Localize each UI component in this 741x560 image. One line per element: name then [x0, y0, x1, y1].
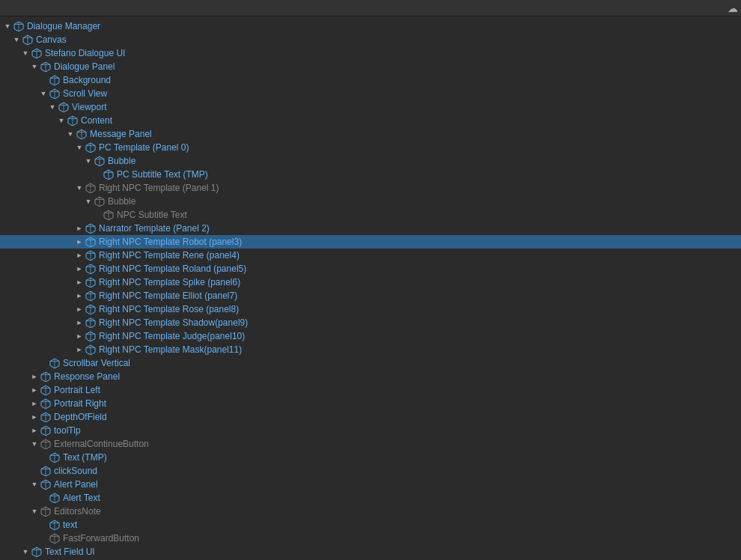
- collapse-arrow[interactable]: [30, 62, 39, 71]
- tree-item[interactable]: Scrollbar Vertical: [0, 356, 741, 370]
- tree-item[interactable]: Bubble: [0, 154, 741, 168]
- collapse-arrow[interactable]: [48, 103, 57, 112]
- collapse-arrow[interactable]: [84, 197, 93, 206]
- cube-icon: [40, 385, 51, 395]
- tree-item[interactable]: Right NPC Template Rose (panel8): [0, 302, 741, 316]
- expand-arrow[interactable]: [75, 318, 84, 327]
- collapse-arrow[interactable]: [12, 35, 21, 44]
- expand-arrow[interactable]: [75, 251, 84, 260]
- tree-item[interactable]: Right NPC Template (Panel 1): [0, 181, 741, 195]
- no-arrow: [39, 493, 48, 502]
- tree-item[interactable]: Background: [0, 73, 741, 87]
- tree-item[interactable]: ExternalContinueButton: [0, 437, 741, 451]
- tree-item[interactable]: Stefano Dialogue UI: [0, 46, 741, 60]
- tree-item[interactable]: Right NPC Template Mask(panel11): [0, 343, 741, 356]
- tree-item[interactable]: Right NPC Template Spike (panel6): [0, 276, 741, 289]
- tree-item[interactable]: Right NPC Template Elliot (panel7): [0, 289, 741, 302]
- tree-item[interactable]: EditorsNote: [0, 505, 741, 518]
- tree-item[interactable]: Portrait Right: [0, 397, 741, 410]
- tree-item[interactable]: clickSound: [0, 464, 741, 478]
- tree-item[interactable]: NPC Subtitle Text: [0, 208, 741, 222]
- cube-icon: [58, 102, 69, 112]
- expand-arrow[interactable]: [30, 372, 39, 381]
- tree-item[interactable]: Narrator Template (Panel 2): [0, 222, 741, 235]
- tree-item[interactable]: Viewport: [0, 100, 741, 114]
- tree-item[interactable]: FastForwardButton: [0, 532, 741, 545]
- item-label: DepthOfField: [52, 412, 107, 422]
- tree-item[interactable]: text: [0, 518, 741, 532]
- item-label: Right NPC Template Robot (panel3): [97, 237, 242, 247]
- item-label: Right NPC Template Rose (panel8): [97, 304, 239, 314]
- cube-icon: [85, 277, 96, 287]
- cube-icon: [85, 142, 96, 153]
- collapse-arrow[interactable]: [21, 49, 30, 58]
- item-label: text: [61, 520, 77, 530]
- tree-item[interactable]: Message Panel: [0, 127, 741, 141]
- collapse-arrow[interactable]: [30, 507, 39, 516]
- expand-arrow[interactable]: [75, 278, 84, 287]
- tree-item[interactable]: Right NPC Template Robot (panel3): [0, 235, 741, 249]
- expand-arrow[interactable]: [75, 332, 84, 341]
- expand-arrow[interactable]: [75, 264, 84, 273]
- tree-item[interactable]: Portrait Left: [0, 383, 741, 397]
- tree-item[interactable]: Dialogue Panel: [0, 60, 741, 73]
- tree-item[interactable]: Bubble: [0, 195, 741, 208]
- tree-item[interactable]: Alert Text: [0, 491, 741, 505]
- item-label: PC Template (Panel 0): [97, 142, 189, 153]
- collapse-arrow[interactable]: [75, 143, 84, 152]
- expand-arrow[interactable]: [30, 426, 39, 435]
- tree-item[interactable]: Response Panel: [0, 370, 741, 383]
- item-label: FastForwardButton: [61, 533, 139, 544]
- cube-icon: [40, 479, 51, 490]
- cube-icon: [49, 493, 60, 503]
- tree-item[interactable]: Right NPC Template Rene (panel4): [0, 249, 741, 262]
- tree-item[interactable]: Canvas: [0, 33, 741, 46]
- collapse-arrow[interactable]: [84, 156, 93, 165]
- item-label: Dialogue Panel: [52, 61, 115, 72]
- tree-item[interactable]: Dialogue Manager: [0, 19, 741, 33]
- tree-item[interactable]: Right NPC Template Shadow(panel9): [0, 316, 741, 329]
- collapse-arrow[interactable]: [66, 130, 75, 139]
- tree-item[interactable]: Right NPC Template Judge(panel10): [0, 329, 741, 343]
- tree-item[interactable]: Content: [0, 114, 741, 127]
- expand-arrow[interactable]: [75, 305, 84, 314]
- collapse-arrow[interactable]: [57, 116, 66, 125]
- expand-arrow[interactable]: [75, 345, 84, 354]
- item-label: Stefano Dialogue UI: [43, 48, 125, 58]
- expand-arrow[interactable]: [30, 386, 39, 395]
- item-label: clickSound: [52, 466, 97, 476]
- cube-icon: [49, 452, 60, 463]
- tree-item[interactable]: Right NPC Template Roland (panel5): [0, 262, 741, 276]
- cube-icon: [49, 75, 60, 85]
- cube-icon: [40, 61, 51, 72]
- collapse-arrow[interactable]: [3, 22, 12, 31]
- tree-item[interactable]: Text Field UI: [0, 545, 741, 559]
- expand-arrow[interactable]: [30, 399, 39, 408]
- cube-icon: [103, 210, 114, 220]
- expand-arrow[interactable]: [75, 224, 84, 233]
- item-label: Portrait Right: [52, 398, 106, 409]
- cube-icon: [49, 88, 60, 99]
- collapse-arrow[interactable]: [30, 439, 39, 448]
- expand-arrow[interactable]: [75, 291, 84, 300]
- tree-item[interactable]: PC Template (Panel 0): [0, 141, 741, 154]
- cube-icon: [40, 506, 51, 517]
- cube-icon: [22, 34, 33, 45]
- tree-item[interactable]: DepthOfField: [0, 410, 741, 424]
- tree-item[interactable]: Alert Panel: [0, 478, 741, 491]
- cube-icon: [85, 250, 96, 261]
- collapse-arrow[interactable]: [30, 480, 39, 489]
- collapse-arrow[interactable]: [21, 547, 30, 556]
- item-label: Background: [61, 75, 111, 85]
- tree-item[interactable]: Scroll View: [0, 87, 741, 100]
- item-label: ExternalContinueButton: [52, 439, 149, 449]
- collapse-arrow[interactable]: [39, 89, 48, 98]
- tree-item[interactable]: toolTip: [0, 424, 741, 437]
- tree-item[interactable]: PC Subtitle Text (TMP): [0, 168, 741, 181]
- expand-arrow[interactable]: [75, 237, 84, 246]
- collapse-arrow[interactable]: [75, 183, 84, 192]
- hierarchy-container[interactable]: Dialogue Manager Canvas Stefano Dialogue…: [0, 16, 741, 560]
- expand-arrow[interactable]: [30, 413, 39, 421]
- tree-item[interactable]: Text (TMP): [0, 451, 741, 464]
- cube-icon: [31, 48, 42, 58]
